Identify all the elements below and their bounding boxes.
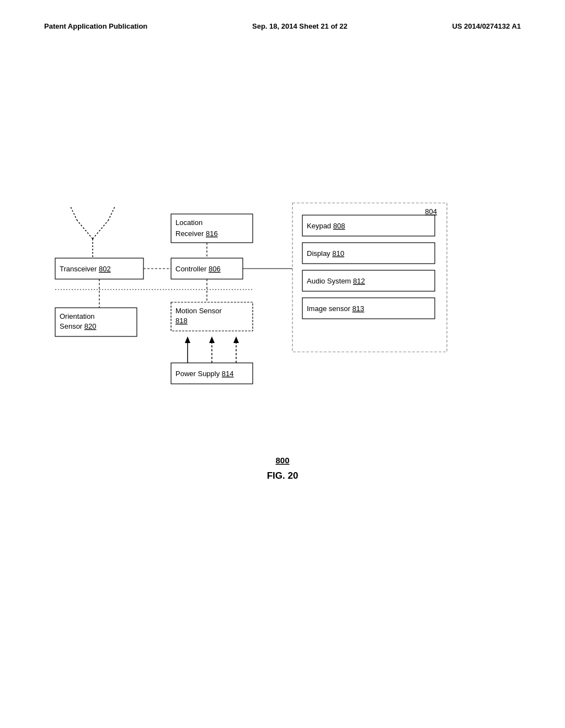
svg-rect-5: [55, 258, 143, 279]
header-left: Patent Application Publication: [44, 22, 147, 30]
svg-text:Power Supply  814: Power Supply 814: [175, 370, 234, 378]
svg-text:Audio System  812: Audio System 812: [307, 277, 365, 285]
header-right: US 2014/0274132 A1: [452, 22, 521, 30]
svg-line-3: [71, 207, 77, 221]
svg-line-1: [93, 221, 108, 239]
svg-marker-41: [233, 336, 239, 343]
svg-text:800: 800: [275, 456, 289, 465]
svg-text:FIG. 20: FIG. 20: [267, 470, 299, 481]
svg-rect-28: [302, 298, 435, 319]
svg-rect-22: [302, 215, 435, 236]
svg-rect-12: [55, 308, 137, 336]
svg-text:818: 818: [175, 317, 188, 325]
svg-text:Location: Location: [175, 218, 202, 227]
svg-text:Transceiver  802: Transceiver 802: [60, 265, 111, 273]
svg-text:Sensor   820: Sensor 820: [60, 322, 97, 330]
header-center: Sep. 18, 2014 Sheet 21 of 22: [252, 22, 348, 30]
svg-text:804: 804: [425, 207, 437, 216]
svg-text:Orientation: Orientation: [60, 312, 95, 320]
svg-rect-26: [302, 270, 435, 291]
svg-text:Controller  806: Controller 806: [175, 265, 221, 273]
svg-text:Image sensor  813: Image sensor 813: [307, 304, 364, 313]
svg-text:Keypad  808: Keypad 808: [307, 222, 345, 230]
svg-text:Display  810: Display 810: [307, 249, 344, 258]
svg-text:Receiver  816: Receiver 816: [175, 229, 218, 238]
svg-marker-37: [185, 336, 190, 343]
svg-rect-15: [171, 302, 253, 331]
svg-line-0: [77, 221, 93, 239]
svg-text:Motion Sensor: Motion Sensor: [175, 307, 222, 315]
svg-line-4: [108, 207, 115, 221]
svg-marker-39: [209, 336, 215, 343]
svg-rect-7: [171, 258, 243, 279]
svg-rect-20: [292, 203, 447, 352]
svg-rect-24: [302, 243, 435, 264]
page-header: Patent Application Publication Sep. 18, …: [0, 22, 565, 30]
svg-rect-9: [171, 214, 253, 243]
svg-rect-18: [171, 363, 253, 384]
